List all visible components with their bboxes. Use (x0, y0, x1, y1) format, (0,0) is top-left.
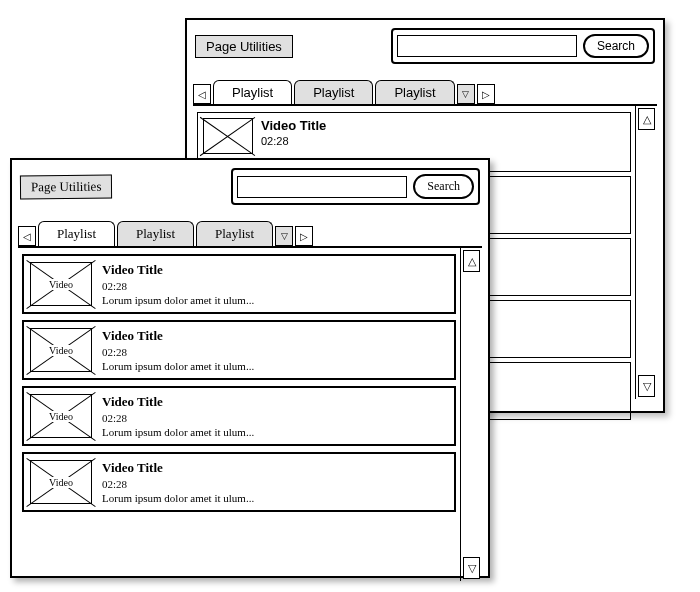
list-item[interactable]: Video Video Title 02:28 Lorum ipsum dolo… (22, 386, 456, 446)
item-time: 02:28 (102, 280, 448, 292)
content-front: Video Video Title 02:28 Lorum ipsum dolo… (18, 246, 482, 581)
item-info: Video Title 02:28 Lorum ipsum dolor amet… (102, 328, 448, 372)
search-input[interactable] (397, 35, 577, 57)
item-title: Video Title (261, 118, 625, 133)
item-time: 02:28 (102, 412, 448, 424)
item-desc: Lorum ipsum dolor amet it ulum... (102, 492, 448, 504)
list-front: Video Video Title 02:28 Lorum ipsum dolo… (18, 248, 460, 581)
scroll-up-icon[interactable]: △ (463, 250, 480, 272)
tab-dropdown-icon[interactable]: ▽ (457, 84, 475, 104)
tab-scroll-left-icon[interactable]: ◁ (18, 226, 36, 246)
thumb-label: Video (47, 279, 75, 290)
window-front: Page Utilities Search ◁ Playlist Playlis… (10, 158, 490, 578)
scrollbar[interactable]: △ ▽ (460, 248, 482, 581)
tab-playlist-3[interactable]: Playlist (375, 80, 454, 104)
search-button[interactable]: Search (413, 174, 474, 199)
scroll-track[interactable] (636, 132, 657, 373)
tab-playlist-2[interactable]: Playlist (294, 80, 373, 104)
item-time: 02:28 (261, 135, 625, 147)
search-wrap: Search (391, 28, 655, 64)
scroll-down-icon[interactable]: ▽ (638, 375, 655, 397)
scrollbar[interactable]: △ ▽ (635, 106, 657, 399)
search-button[interactable]: Search (583, 34, 649, 58)
search-input[interactable] (237, 176, 407, 198)
tabbar-back: ◁ Playlist Playlist Playlist ▽ ▷ (187, 80, 663, 104)
item-time: 02:28 (102, 478, 448, 490)
item-title: Video Title (102, 394, 448, 410)
item-info: Video Title 02:28 Lorum ipsum dolor amet… (102, 262, 448, 306)
thumb-label: Video (47, 411, 75, 422)
topbar-front: Page Utilities Search (12, 160, 488, 213)
scroll-down-icon[interactable]: ▽ (463, 557, 480, 579)
item-title: Video Title (102, 262, 448, 278)
item-info: Video Title 02:28 Lorum ipsum dolor amet… (102, 394, 448, 438)
item-title: Video Title (102, 460, 448, 476)
item-title: Video Title (102, 328, 448, 344)
item-desc: Lorum ipsum dolor amet it ulum... (102, 294, 448, 306)
item-time: 02:28 (102, 346, 448, 358)
thumb-label: Video (47, 345, 75, 356)
tab-scroll-right-icon[interactable]: ▷ (477, 84, 495, 104)
list-item[interactable]: Video Video Title 02:28 Lorum ipsum dolo… (22, 320, 456, 380)
tab-scroll-right-icon[interactable]: ▷ (295, 226, 313, 246)
tabbar-front: ◁ Playlist Playlist Playlist ▽ ▷ (12, 221, 488, 246)
tab-playlist-1[interactable]: Playlist (213, 80, 292, 104)
page-utilities-button[interactable]: Page Utilities (20, 174, 113, 199)
tab-playlist-2[interactable]: Playlist (117, 221, 194, 246)
video-thumbnail-icon: Video (30, 460, 92, 504)
list-item[interactable]: Video Video Title 02:28 Lorum ipsum dolo… (22, 452, 456, 512)
video-thumbnail-icon: Video (30, 394, 92, 438)
item-info: Video Title 02:28 Lorum ipsum dolor amet… (102, 460, 448, 504)
video-thumbnail-icon (203, 118, 253, 154)
tab-dropdown-icon[interactable]: ▽ (275, 226, 293, 246)
video-thumbnail-icon: Video (30, 262, 92, 306)
scroll-track[interactable] (461, 274, 482, 555)
topbar-back: Page Utilities Search (187, 20, 663, 72)
tab-scroll-left-icon[interactable]: ◁ (193, 84, 211, 104)
list-item[interactable]: Video Video Title 02:28 Lorum ipsum dolo… (22, 254, 456, 314)
page-utilities-button[interactable]: Page Utilities (195, 35, 293, 58)
tab-playlist-1[interactable]: Playlist (38, 221, 115, 246)
video-thumbnail-icon: Video (30, 328, 92, 372)
tab-playlist-3[interactable]: Playlist (196, 221, 273, 246)
item-desc: Lorum ipsum dolor amet it ulum... (102, 426, 448, 438)
search-wrap: Search (231, 168, 480, 205)
scroll-up-icon[interactable]: △ (638, 108, 655, 130)
thumb-label: Video (47, 477, 75, 488)
item-desc: Lorum ipsum dolor amet it ulum... (102, 360, 448, 372)
